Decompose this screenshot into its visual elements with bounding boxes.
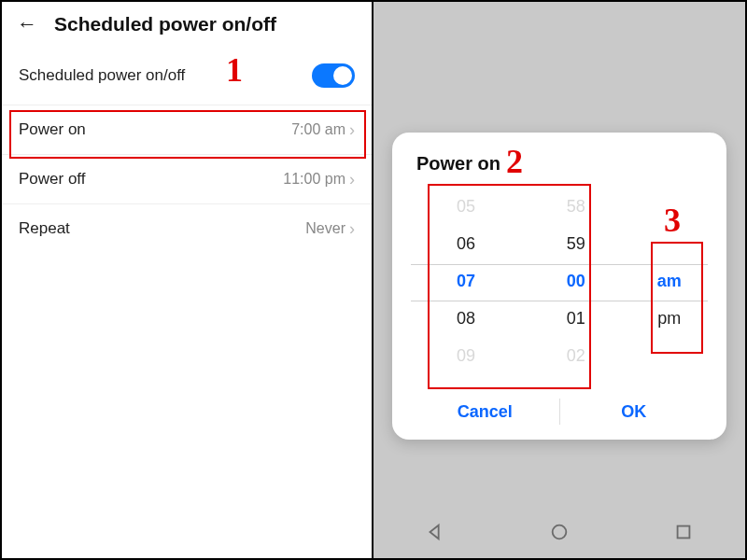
power-off-label: Power off [19, 170, 86, 189]
settings-screen: ← Scheduled power on/off Scheduled power… [2, 2, 374, 558]
svg-point-0 [553, 525, 567, 539]
dialog-screen: Power on 05 06 07 08 09 58 59 00 01 02 [374, 2, 745, 558]
ampm-opt[interactable]: pm [631, 300, 708, 337]
minute-opt-selected[interactable]: 00 [521, 262, 631, 300]
hour-opt[interactable]: 09 [411, 337, 521, 374]
minute-wheel[interactable]: 58 59 00 01 02 [521, 188, 631, 374]
repeat-value: Never › [305, 220, 355, 237]
nav-back-icon[interactable] [425, 522, 445, 542]
chevron-right-icon: › [349, 121, 355, 138]
ok-button[interactable]: OK [560, 384, 709, 440]
ampm-opt-selected[interactable]: am [631, 262, 708, 300]
toggle-row: Scheduled power on/off [2, 43, 372, 105]
power-off-row[interactable]: Power off 11:00 pm › [2, 155, 372, 204]
time-picker-dialog: Power on 05 06 07 08 09 58 59 00 01 02 [392, 133, 726, 440]
chevron-right-icon: › [349, 171, 355, 188]
toggle-label: Scheduled power on/off [19, 66, 185, 85]
power-off-time: 11:00 pm [283, 171, 345, 188]
header: ← Scheduled power on/off [2, 2, 372, 43]
power-on-value: 7:00 am › [291, 121, 355, 138]
hour-opt[interactable]: 06 [411, 225, 521, 262]
minute-opt[interactable]: 02 [521, 337, 631, 374]
repeat-label: Repeat [19, 219, 70, 238]
minute-opt[interactable]: 58 [521, 188, 631, 225]
power-on-label: Power on [19, 120, 86, 139]
page-title: Scheduled power on/off [54, 13, 276, 35]
hour-wheel[interactable]: 05 06 07 08 09 [411, 188, 521, 374]
annotation-callout-1: 1 [226, 50, 243, 90]
dialog-title: Power on [411, 153, 708, 175]
annotation-callout-2: 2 [506, 142, 523, 181]
hour-opt[interactable]: 08 [411, 300, 521, 337]
power-on-row[interactable]: Power on 7:00 am › [2, 105, 372, 155]
cancel-button[interactable]: Cancel [411, 384, 559, 440]
android-nav-bar [374, 506, 745, 558]
dialog-buttons: Cancel OK [411, 384, 708, 440]
repeat-row[interactable]: Repeat Never › [2, 204, 372, 253]
power-off-value: 11:00 pm › [283, 171, 355, 188]
power-toggle[interactable] [312, 63, 355, 88]
power-on-time: 7:00 am [291, 121, 345, 138]
nav-home-icon[interactable] [549, 522, 570, 542]
back-arrow-icon[interactable]: ← [17, 14, 37, 35]
minute-opt[interactable]: 01 [521, 300, 631, 337]
repeat-text: Never [305, 220, 345, 237]
chevron-right-icon: › [349, 220, 355, 237]
minute-opt[interactable]: 59 [521, 225, 631, 262]
nav-recent-icon[interactable] [673, 522, 694, 542]
annotation-callout-3: 3 [664, 201, 681, 240]
svg-rect-1 [677, 526, 689, 539]
hour-opt[interactable]: 05 [411, 188, 521, 225]
hour-opt-selected[interactable]: 07 [411, 262, 521, 300]
